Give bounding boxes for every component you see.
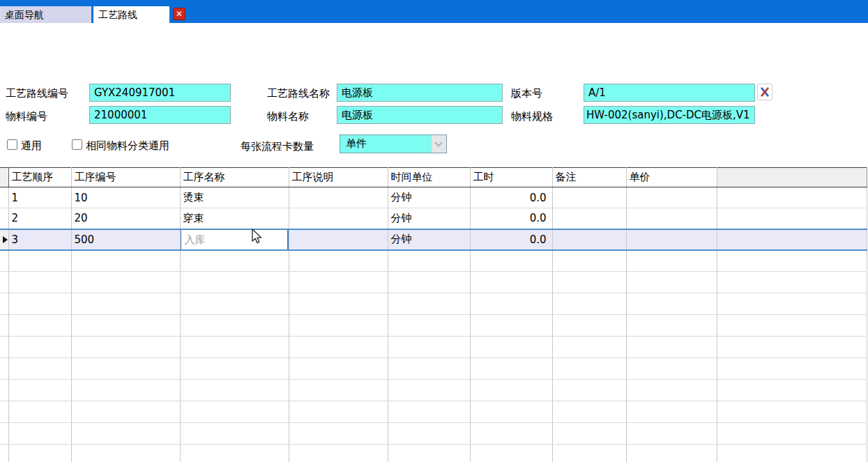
cell-time-unit[interactable]: 分钟 [388,187,470,208]
close-tab-button[interactable]: ✕ [173,8,185,20]
cell-empty[interactable] [717,293,867,315]
material-spec-input[interactable] [584,106,755,124]
cell-empty[interactable] [717,358,867,380]
cell-empty[interactable] [717,337,867,358]
cell-empty[interactable] [8,337,71,358]
route-no-input[interactable] [89,84,231,102]
cell-tail[interactable] [717,208,867,229]
tab-process-route[interactable]: 工艺路线 [93,6,169,23]
cell-op-desc[interactable] [289,187,388,208]
cell-empty[interactable] [8,315,71,337]
cell-note[interactable] [552,187,626,208]
cell-empty[interactable] [717,445,867,462]
cell-empty[interactable] [388,401,470,423]
cell-empty[interactable] [388,293,470,315]
cell-empty[interactable] [289,445,388,462]
cell-empty[interactable] [470,358,552,380]
cell-empty[interactable] [71,380,180,401]
cell-empty[interactable] [470,250,552,272]
cell-empty[interactable] [470,315,552,337]
cell-hours[interactable]: 0.0 [470,229,552,250]
col-header-price[interactable]: 单价 [626,168,717,187]
cell-empty[interactable] [552,380,626,401]
cell-empty[interactable] [289,337,388,358]
cell-op-name[interactable]: 烫束 [180,187,289,208]
cell-op-code[interactable]: 500 [71,229,180,250]
cell-empty[interactable] [626,445,717,462]
cell-empty[interactable] [552,272,626,293]
cell-note[interactable] [552,229,626,250]
cell-empty[interactable] [552,401,626,423]
cell-op-desc[interactable] [289,208,388,229]
cell-empty[interactable] [71,250,180,272]
cell-empty[interactable] [470,337,552,358]
cell-empty[interactable] [71,423,180,445]
col-header-op-code[interactable]: 工序编号 [71,168,180,187]
material-no-input[interactable] [89,106,231,124]
cell-op-code[interactable]: 20 [71,208,180,229]
cell-empty[interactable] [552,423,626,445]
cell-empty[interactable] [289,401,388,423]
cell-tail[interactable] [717,229,867,250]
col-header-note[interactable]: 备注 [552,168,626,187]
cell-empty[interactable] [626,358,717,380]
cell-empty[interactable] [180,315,289,337]
cell-seq[interactable]: 2 [8,208,71,229]
cell-empty[interactable] [388,250,470,272]
cell-price[interactable] [626,229,717,250]
cell-op-name[interactable]: 穿束 [180,208,289,229]
cell-empty[interactable] [8,423,71,445]
cell-empty[interactable] [71,293,180,315]
cell-empty[interactable] [388,315,470,337]
col-header-hours[interactable]: 工时 [470,168,552,187]
cell-empty[interactable] [717,315,867,337]
cell-empty[interactable] [8,445,71,462]
cell-empty[interactable] [388,380,470,401]
cell-empty[interactable] [8,380,71,401]
route-name-input[interactable] [337,84,503,102]
cell-empty[interactable] [552,250,626,272]
cell-empty[interactable] [8,401,71,423]
cell-empty[interactable] [388,423,470,445]
cell-empty[interactable] [626,272,717,293]
cell-empty[interactable] [626,380,717,401]
general-checkbox[interactable] [7,139,17,150]
cell-empty[interactable] [388,358,470,380]
dropdown-button[interactable] [431,135,446,153]
cell-empty[interactable] [289,272,388,293]
cell-empty[interactable] [71,401,180,423]
cell-empty[interactable] [626,293,717,315]
cell-empty[interactable] [8,293,71,315]
cell-empty[interactable] [8,250,71,272]
cell-empty[interactable] [289,358,388,380]
cell-empty[interactable] [71,445,180,462]
cell-empty[interactable] [470,445,552,462]
col-header-op-name[interactable]: 工序名称 [180,168,289,187]
cell-empty[interactable] [180,337,289,358]
cell-empty[interactable] [8,272,71,293]
cell-empty[interactable] [626,423,717,445]
cell-empty[interactable] [180,358,289,380]
cell-op-desc[interactable] [289,229,388,250]
cell-time-unit[interactable]: 分钟 [388,229,470,250]
cell-empty[interactable] [470,380,552,401]
cell-empty[interactable] [626,315,717,337]
cell-empty[interactable] [552,293,626,315]
cell-time-unit[interactable]: 分钟 [388,208,470,229]
cell-empty[interactable] [180,272,289,293]
cell-empty[interactable] [470,272,552,293]
cell-empty[interactable] [289,423,388,445]
cell-empty[interactable] [552,315,626,337]
cell-empty[interactable] [552,358,626,380]
cell-empty[interactable] [388,272,470,293]
cell-empty[interactable] [289,250,388,272]
col-header-time-unit[interactable]: 时间单位 [388,168,470,187]
cell-empty[interactable] [626,401,717,423]
cell-empty[interactable] [717,423,867,445]
cell-empty[interactable] [552,337,626,358]
cell-seq[interactable]: 3 [8,229,71,250]
cell-hours[interactable]: 0.0 [470,187,552,208]
cell-op-name-editing[interactable]: 入库 [180,229,289,250]
cell-empty[interactable] [71,358,180,380]
cell-empty[interactable] [552,445,626,462]
